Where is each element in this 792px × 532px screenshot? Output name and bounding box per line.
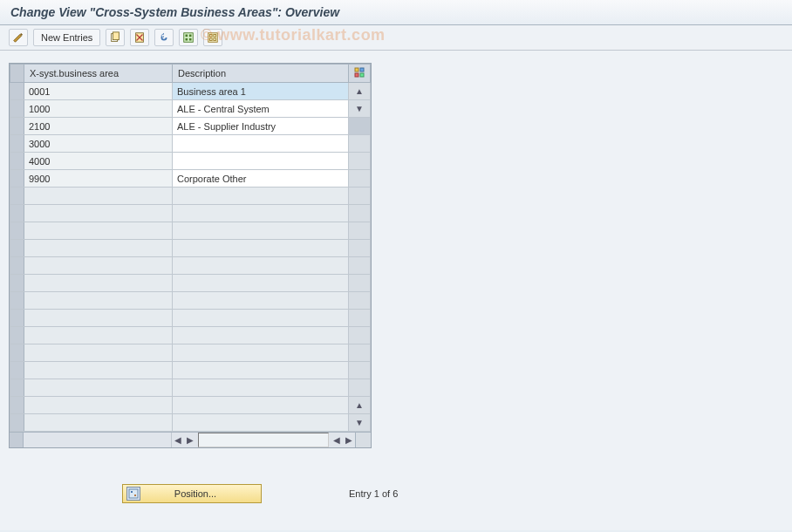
code-cell[interactable]: 9900 [24, 170, 173, 188]
hscroll-right-icon[interactable]: ▶ [343, 435, 355, 445]
svg-rect-16 [360, 73, 364, 77]
desc-cell[interactable] [173, 327, 349, 344]
row-selector[interactable] [10, 379, 24, 397]
code-cell[interactable] [24, 344, 173, 362]
vscroll-cell [349, 135, 371, 153]
desc-cell[interactable] [173, 135, 349, 153]
select-all-button[interactable] [179, 29, 198, 46]
hscroll-step-right-icon[interactable]: ▶ [184, 435, 196, 445]
code-cell[interactable] [24, 379, 173, 397]
vscroll-cell [349, 153, 371, 170]
row-selector[interactable] [10, 362, 24, 379]
row-selector[interactable] [10, 83, 24, 100]
deselect-all-button[interactable] [203, 29, 222, 46]
code-cell[interactable] [24, 240, 173, 257]
code-cell[interactable] [24, 327, 173, 344]
code-cell[interactable]: 3000 [24, 135, 173, 153]
row-selector[interactable] [10, 257, 24, 275]
horizontal-scrollbar: ◀ ▶ ◀ ▶ [10, 432, 371, 447]
row-selector[interactable] [10, 170, 24, 188]
column-header-code[interactable]: X-syst.business area [24, 65, 173, 83]
position-button[interactable]: Position... [122, 484, 262, 503]
row-selector[interactable] [10, 188, 24, 205]
vscroll-cell [349, 205, 371, 222]
hscroll-step-left-icon[interactable]: ◀ [331, 435, 343, 445]
vscroll-cell [349, 240, 371, 257]
code-cell[interactable] [24, 310, 173, 327]
hscroll-track[interactable] [198, 433, 329, 447]
column-header-desc[interactable]: Description [173, 65, 349, 83]
row-selector[interactable] [10, 310, 24, 327]
code-cell[interactable] [24, 257, 173, 275]
vscroll-cell[interactable]: ▲ [349, 397, 371, 414]
vscroll-cell[interactable]: ▲ [349, 83, 371, 100]
vscroll-down-step-icon: ▼ [349, 101, 370, 117]
row-selector[interactable] [10, 414, 24, 432]
desc-cell[interactable] [173, 188, 349, 205]
row-selector[interactable] [10, 153, 24, 170]
desc-cell[interactable] [173, 414, 349, 432]
desc-cell[interactable] [173, 205, 349, 222]
page-title: Change View "Cross-System Business Areas… [0, 0, 792, 25]
code-cell[interactable] [24, 397, 173, 414]
row-selector[interactable] [10, 100, 24, 118]
code-cell[interactable] [24, 222, 173, 240]
desc-cell[interactable]: Corporate Other [173, 170, 349, 188]
row-selector[interactable] [10, 222, 24, 240]
select-all-rows[interactable] [10, 65, 24, 83]
row-selector[interactable] [10, 205, 24, 222]
desc-cell[interactable]: ALE - Supplier Industry [173, 118, 349, 135]
vscroll-cell[interactable]: ▼ [349, 414, 371, 432]
code-cell[interactable]: 4000 [24, 153, 173, 170]
vscroll-cell [349, 222, 371, 240]
code-cell[interactable]: 0001 [24, 83, 173, 100]
desc-cell[interactable] [173, 310, 349, 327]
svg-rect-4 [186, 35, 188, 38]
new-entries-button[interactable]: New Entries [33, 29, 100, 46]
desc-cell[interactable] [173, 257, 349, 275]
desc-cell[interactable]: Business area 1 [173, 83, 349, 100]
vscroll-cell [349, 362, 371, 379]
code-cell[interactable] [24, 205, 173, 222]
row-selector[interactable] [10, 275, 24, 292]
desc-cell[interactable] [173, 153, 349, 170]
row-selector[interactable] [10, 344, 24, 362]
desc-cell[interactable] [173, 397, 349, 414]
delete-button[interactable] [130, 29, 149, 46]
toolbar: New Entries [0, 25, 792, 51]
desc-cell[interactable] [173, 240, 349, 257]
vscroll-cell [349, 275, 371, 292]
code-cell[interactable]: 2100 [24, 118, 173, 135]
position-icon [126, 487, 140, 501]
code-cell[interactable] [24, 292, 173, 310]
undo-button[interactable] [154, 29, 174, 46]
code-cell[interactable] [24, 275, 173, 292]
row-selector[interactable] [10, 397, 24, 414]
vscroll-cell [349, 310, 371, 327]
row-selector[interactable] [10, 118, 24, 135]
hscroll-left-icon[interactable]: ◀ [172, 435, 184, 445]
desc-cell[interactable] [173, 362, 349, 379]
toggle-display-change-button[interactable] [9, 29, 28, 46]
desc-cell[interactable] [173, 344, 349, 362]
code-cell[interactable] [24, 188, 173, 205]
desc-cell[interactable] [173, 292, 349, 310]
vscroll-up-step-icon: ▲ [349, 398, 370, 413]
code-cell[interactable] [24, 414, 173, 432]
table-settings-button[interactable] [349, 65, 371, 83]
data-table: X-syst.business area Description 0001Bus… [9, 63, 372, 448]
row-selector[interactable] [10, 240, 24, 257]
row-selector[interactable] [10, 292, 24, 310]
row-selector[interactable] [10, 135, 24, 153]
copy-as-button[interactable] [106, 29, 125, 46]
desc-cell[interactable]: ALE - Central System [173, 100, 349, 118]
code-cell[interactable]: 1000 [24, 100, 173, 118]
desc-cell[interactable] [173, 379, 349, 397]
desc-cell[interactable] [173, 222, 349, 240]
code-cell[interactable] [24, 362, 173, 379]
desc-cell[interactable] [173, 275, 349, 292]
svg-rect-5 [189, 35, 192, 38]
vscroll-thumb[interactable] [349, 118, 371, 135]
svg-rect-19 [134, 494, 136, 496]
row-selector[interactable] [10, 327, 24, 344]
